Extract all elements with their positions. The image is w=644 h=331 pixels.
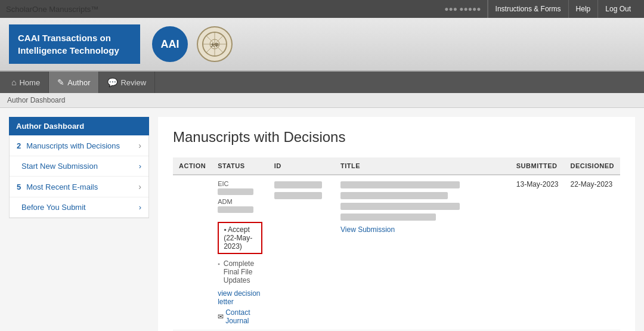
review-tab[interactable]: 💬 Review	[99, 72, 155, 93]
journal-line1: CAAI Transactions on	[18, 32, 119, 44]
chevron-icon: ›	[138, 141, 141, 150]
submitted-cell: 13-May-2023	[510, 175, 565, 330]
action-cell	[173, 175, 212, 330]
status-eic: EIC	[218, 180, 262, 196]
submissions-table: ACTION STATUS ID TITLE SUBMITTED DECISIO…	[173, 157, 620, 330]
emails-label: Most Recent E-mails	[26, 182, 98, 191]
decision-letter-link[interactable]: view decision letter	[218, 289, 260, 306]
manuscripts-label: Manuscripts with Decisions	[26, 141, 120, 150]
decision-box: ▪ Accept (22-May-2023)	[218, 222, 262, 254]
col-action: ACTION	[173, 157, 212, 175]
author-tab-label: Author	[67, 78, 90, 87]
mail-icon: ✉	[218, 313, 224, 321]
status-adm: ADM	[218, 198, 262, 214]
top-bar-nav: ●●● ●●●●● Instructions & Forms Help Log …	[438, 0, 638, 18]
blurred-user: ●●● ●●●●●	[438, 0, 487, 18]
title-cell: View Submission	[335, 175, 510, 330]
sidebar-item-before-submit[interactable]: Before You Submit ›	[10, 197, 148, 218]
sidebar-item-manuscripts[interactable]: 2 Manuscripts with Decisions ›	[10, 135, 148, 156]
col-id: ID	[268, 157, 335, 175]
logout-button[interactable]: Log Out	[597, 0, 638, 18]
sidebar-body: 2 Manuscripts with Decisions › Start New…	[9, 135, 149, 218]
col-submitted: SUBMITTED	[510, 157, 565, 175]
manuscripts-count: 2	[17, 141, 21, 150]
status-cell: EIC ADM ▪ Accept (22-May-2023)	[212, 175, 268, 330]
review-tab-label: Review	[120, 78, 146, 87]
university-logo: 大学	[197, 26, 233, 62]
home-tab[interactable]: ⌂ Home	[3, 72, 49, 93]
top-bar: ScholarOne Manuscripts™ ●●● ●●●●● Instru…	[0, 0, 644, 18]
view-submission-link[interactable]: View Submission	[340, 225, 504, 234]
title-blurred-1	[340, 181, 460, 188]
emails-count: 5	[17, 182, 21, 191]
breadcrumb: Author Dashboard	[0, 93, 644, 108]
title-blurred-4	[340, 214, 436, 221]
sidebar-header: Author Dashboard	[9, 117, 149, 135]
page-heading: Manuscripts with Decisions	[173, 129, 620, 146]
col-decisioned: DECISIONED	[565, 157, 621, 175]
logos: AAI 大学	[152, 26, 233, 62]
sidebar: Author Dashboard 2 Manuscripts with Deci…	[9, 117, 149, 331]
contact-journal-link[interactable]: Contact Journal	[225, 308, 262, 325]
author-tab[interactable]: ✎ Author	[49, 72, 99, 93]
chevron-icon: ›	[138, 182, 141, 191]
start-submission-label: Start New Submission	[21, 162, 98, 171]
title-blurred-2	[340, 192, 448, 199]
id-blurred-1	[274, 181, 322, 188]
action-label: Complete Final File Updates	[224, 259, 262, 284]
instructions-button[interactable]: Instructions & Forms	[488, 0, 568, 18]
table-header-row: ACTION STATUS ID TITLE SUBMITTED DECISIO…	[173, 157, 620, 175]
content-area: Author Dashboard 2 Manuscripts with Deci…	[0, 108, 644, 331]
aai-logo: AAI	[152, 26, 188, 62]
action-item: ▪ Complete Final File Updates	[218, 259, 262, 284]
main-nav: ⌂ Home ✎ Author 💬 Review	[0, 72, 644, 93]
decision-label: Accept (22-May-2023)	[224, 225, 252, 250]
breadcrumb-text: Author Dashboard	[7, 96, 65, 104]
sidebar-item-recent-emails[interactable]: 5 Most Recent E-mails ›	[10, 177, 148, 197]
title-blurred-3	[340, 203, 460, 210]
home-tab-label: Home	[19, 78, 40, 87]
journal-line2: Intelligence Technology	[18, 44, 119, 57]
author-icon: ✎	[57, 78, 64, 87]
help-button[interactable]: Help	[568, 0, 598, 18]
header: CAAI Transactions on Intelligence Techno…	[0, 18, 644, 72]
submitted-date: 13-May-2023	[516, 180, 559, 188]
main-content: Manuscripts with Decisions ACTION STATUS…	[158, 117, 635, 331]
decisioned-cell: 22-May-2023	[565, 175, 621, 330]
eic-blurred	[218, 188, 253, 195]
decisioned-date: 22-May-2023	[571, 180, 613, 188]
sidebar-item-start-submission[interactable]: Start New Submission ›	[10, 156, 148, 177]
id-cell	[268, 175, 335, 330]
id-blurred-2	[274, 192, 322, 199]
chevron-icon: ›	[139, 203, 141, 212]
journal-title: CAAI Transactions on Intelligence Techno…	[9, 24, 140, 64]
svg-text:大学: 大学	[210, 42, 219, 47]
home-icon: ⌂	[11, 78, 16, 87]
adm-blurred	[218, 206, 253, 213]
chevron-icon: ›	[139, 162, 141, 171]
review-icon: 💬	[107, 78, 117, 87]
col-status: STATUS	[212, 157, 268, 175]
app-title: ScholarOne Manuscripts™	[6, 5, 98, 14]
table-row: EIC ADM ▪ Accept (22-May-2023)	[173, 175, 620, 330]
col-title: TITLE	[335, 157, 510, 175]
before-submit-label: Before You Submit	[21, 203, 86, 212]
